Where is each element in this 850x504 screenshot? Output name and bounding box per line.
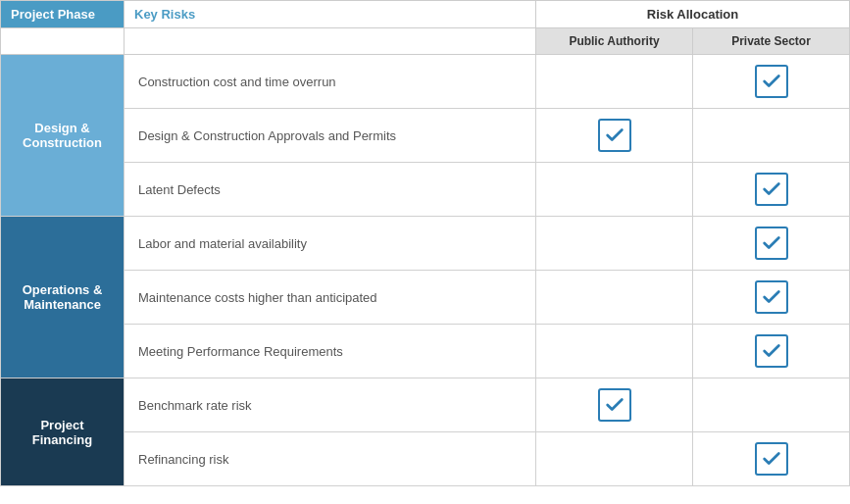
private-sector-header: Private Sector	[693, 28, 850, 55]
allocation-header: Risk Allocation	[536, 1, 850, 28]
table-row: Design & Construction Approvals and Perm…	[1, 109, 850, 163]
public-check-cell	[536, 163, 693, 217]
private-check-cell	[693, 271, 850, 325]
private-check-cell	[693, 432, 850, 486]
private-check-cell	[693, 163, 850, 217]
table-row: Latent Defects	[1, 163, 850, 217]
public-check-cell	[536, 271, 693, 325]
table-row: ProjectFinancingBenchmark rate risk	[1, 378, 850, 432]
risk-label: Refinancing risk	[125, 432, 536, 486]
phase-cell-design: Design &Construction	[1, 55, 125, 217]
private-check-cell	[693, 109, 850, 163]
risk-label: Latent Defects	[125, 163, 536, 217]
checkmark-icon	[755, 442, 788, 476]
phase-cell-financing: ProjectFinancing	[1, 378, 125, 486]
table-row: Design &ConstructionConstruction cost an…	[1, 55, 850, 109]
public-authority-header: Public Authority	[536, 28, 693, 55]
checkmark-icon	[755, 227, 788, 260]
risks-header-empty	[125, 28, 536, 55]
table-row: Meeting Performance Requirements	[1, 325, 850, 378]
risk-allocation-table: Project Phase Key Risks Risk Allocation …	[0, 0, 850, 486]
risk-label: Labor and material availability	[125, 217, 536, 271]
checkmark-icon	[755, 280, 788, 314]
checkmark-icon	[755, 65, 788, 98]
private-check-cell	[693, 55, 850, 109]
risk-label: Maintenance costs higher than anticipate…	[125, 271, 536, 325]
public-check-cell	[536, 55, 693, 109]
risk-label: Benchmark rate risk	[125, 378, 536, 432]
table-row: Operations &MaintenanceLabor and materia…	[1, 217, 850, 271]
private-check-cell	[693, 378, 850, 432]
public-check-cell	[536, 325, 693, 378]
private-check-cell	[693, 217, 850, 271]
risk-label: Construction cost and time overrun	[125, 55, 536, 109]
public-check-cell	[536, 432, 693, 486]
table-row: Maintenance costs higher than anticipate…	[1, 271, 850, 325]
checkmark-icon	[598, 388, 631, 422]
private-check-cell	[693, 325, 850, 378]
risks-header: Key Risks	[125, 1, 536, 28]
phase-header-empty	[1, 28, 125, 55]
checkmark-icon	[598, 119, 631, 152]
public-check-cell	[536, 109, 693, 163]
public-check-cell	[536, 217, 693, 271]
risk-label: Design & Construction Approvals and Perm…	[125, 109, 536, 163]
checkmark-icon	[755, 334, 788, 368]
public-check-cell	[536, 378, 693, 432]
risk-label: Meeting Performance Requirements	[125, 325, 536, 378]
phase-cell-operations: Operations &Maintenance	[1, 217, 125, 378]
phase-header: Project Phase	[1, 1, 125, 28]
checkmark-icon	[755, 173, 788, 206]
table-row: Refinancing risk	[1, 432, 850, 486]
